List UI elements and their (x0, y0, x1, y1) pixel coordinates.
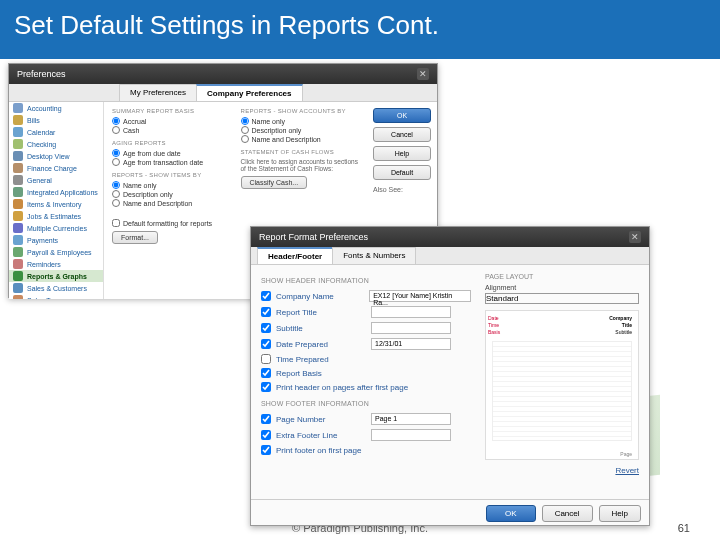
rfp-cancel-button[interactable]: Cancel (542, 505, 593, 522)
chk-subtitle[interactable] (261, 323, 271, 333)
sidebar-icon (13, 223, 23, 233)
val-title[interactable] (371, 306, 451, 318)
sidebar-item-bills[interactable]: Bills (9, 114, 103, 126)
label-acct-desc: Description only (252, 127, 302, 134)
chk-print-header-after[interactable] (261, 382, 271, 392)
chk-company-name[interactable] (261, 291, 271, 301)
radio-acct-name[interactable] (241, 117, 249, 125)
rfp-title: Report Format Preferences (259, 232, 368, 242)
sidebar-item-sales-tax[interactable]: Sales Tax (9, 294, 103, 299)
sidebar-item-label: Checking (27, 141, 56, 148)
sidebar-item-reports-graphs[interactable]: Reports & Graphs (9, 270, 103, 282)
val-extra-footer[interactable] (371, 429, 451, 441)
tab-my-preferences[interactable]: My Preferences (119, 84, 197, 101)
chk-date-prepared[interactable] (261, 339, 271, 349)
chk-report-basis[interactable] (261, 368, 271, 378)
page-layout-head: PAGE LAYOUT (485, 273, 639, 280)
sidebar-item-accounting[interactable]: Accounting (9, 102, 103, 114)
radio-acct-namedesc[interactable] (241, 135, 249, 143)
lab-title: Report Title (276, 308, 366, 317)
default-button[interactable]: Default (373, 165, 431, 180)
prefs-sidebar: AccountingBillsCalendarCheckingDesktop V… (9, 102, 104, 299)
sidebar-item-label: General (27, 177, 52, 184)
tab-fonts-numbers[interactable]: Fonts & Numbers (332, 247, 416, 264)
sidebar-item-payments[interactable]: Payments (9, 234, 103, 246)
sidebar-item-sales-customers[interactable]: Sales & Customers (9, 282, 103, 294)
format-button[interactable]: Format... (112, 231, 158, 244)
rfp-titlebar[interactable]: Report Format Preferences ✕ (251, 227, 649, 247)
preview-time: Time (488, 322, 499, 328)
radio-accrual[interactable] (112, 117, 120, 125)
chk-time-prepared[interactable] (261, 354, 271, 364)
help-button[interactable]: Help (373, 146, 431, 161)
layout-preview: Date Time Basis Company Title Subtitle P… (485, 310, 639, 460)
lab-subtitle: Subtitle (276, 324, 366, 333)
sidebar-icon (13, 247, 23, 257)
classify-cash-button[interactable]: Classify Cash... (241, 176, 308, 189)
label-accrual: Accrual (123, 118, 146, 125)
lab-time: Time Prepared (276, 355, 366, 364)
close-icon[interactable]: ✕ (417, 68, 429, 80)
radio-name-desc[interactable] (112, 199, 120, 207)
sidebar-item-checking[interactable]: Checking (9, 138, 103, 150)
tab-company-preferences[interactable]: Company Preferences (196, 84, 302, 101)
sidebar-icon (13, 151, 23, 161)
sidebar-item-jobs-estimates[interactable]: Jobs & Estimates (9, 210, 103, 222)
sidebar-icon (13, 163, 23, 173)
chk-print-footer-first[interactable] (261, 445, 271, 455)
report-format-window: Report Format Preferences ✕ Header/Foote… (250, 226, 650, 526)
sidebar-item-multiple-currencies[interactable]: Multiple Currencies (9, 222, 103, 234)
rfp-ok-button[interactable]: OK (486, 505, 536, 522)
sidebar-item-label: Reports & Graphs (27, 273, 87, 280)
label-age-due: Age from due date (123, 150, 181, 157)
val-pagenum[interactable]: Page 1 (371, 413, 451, 425)
sidebar-item-label: Integrated Applications (27, 189, 98, 196)
sidebar-item-integrated-applications[interactable]: Integrated Applications (9, 186, 103, 198)
label-age-txn: Age from transaction date (123, 159, 203, 166)
close-icon[interactable]: ✕ (629, 231, 641, 243)
preferences-titlebar[interactable]: Preferences ✕ (9, 64, 437, 84)
alignment-select[interactable]: Standard (485, 293, 639, 304)
cancel-button[interactable]: Cancel (373, 127, 431, 142)
radio-age-txn[interactable] (112, 158, 120, 166)
chk-page-number[interactable] (261, 414, 271, 424)
lab-company: Company Name (276, 292, 364, 301)
val-company[interactable]: EX12 [Your Name] Kristin Ra... (369, 290, 471, 302)
lab-date: Date Prepared (276, 340, 366, 349)
radio-name-only[interactable] (112, 181, 120, 189)
sidebar-item-finance-charge[interactable]: Finance Charge (9, 162, 103, 174)
sidebar-item-payroll-employees[interactable]: Payroll & Employees (9, 246, 103, 258)
tab-header-footer[interactable]: Header/Footer (257, 247, 333, 264)
sidebar-item-general[interactable]: General (9, 174, 103, 186)
rfp-help-button[interactable]: Help (599, 505, 641, 522)
val-subtitle[interactable] (371, 322, 451, 334)
alignment-label: Alignment (485, 284, 639, 291)
chk-report-title[interactable] (261, 307, 271, 317)
sidebar-icon (13, 259, 23, 269)
sidebar-icon (13, 103, 23, 113)
sidebar-item-items-inventory[interactable]: Items & Inventory (9, 198, 103, 210)
rfp-body: SHOW HEADER INFORMATION Company NameEX12… (251, 265, 649, 499)
sidebar-icon (13, 271, 23, 281)
slide-title-bar: Set Default Settings in Reports Cont. (0, 0, 720, 59)
chk-extra-footer[interactable] (261, 430, 271, 440)
sidebar-icon (13, 187, 23, 197)
val-date[interactable]: 12/31/01 (371, 338, 451, 350)
revert-button[interactable]: Revert (485, 466, 639, 475)
checkbox-default-format[interactable] (112, 219, 120, 227)
label-acct-namedesc: Name and Description (252, 136, 321, 143)
rfp-footer: OK Cancel Help (251, 499, 649, 527)
sidebar-item-desktop-view[interactable]: Desktop View (9, 150, 103, 162)
sidebar-item-reminders[interactable]: Reminders (9, 258, 103, 270)
radio-cash[interactable] (112, 126, 120, 134)
radio-desc-only[interactable] (112, 190, 120, 198)
sidebar-item-label: Multiple Currencies (27, 225, 87, 232)
sidebar-item-calendar[interactable]: Calendar (9, 126, 103, 138)
sidebar-icon (13, 295, 23, 299)
sidebar-item-label: Calendar (27, 129, 55, 136)
radio-acct-desc[interactable] (241, 126, 249, 134)
radio-age-due[interactable] (112, 149, 120, 157)
sidebar-item-label: Payments (27, 237, 58, 244)
preview-page: Page (620, 451, 632, 457)
ok-button[interactable]: OK (373, 108, 431, 123)
